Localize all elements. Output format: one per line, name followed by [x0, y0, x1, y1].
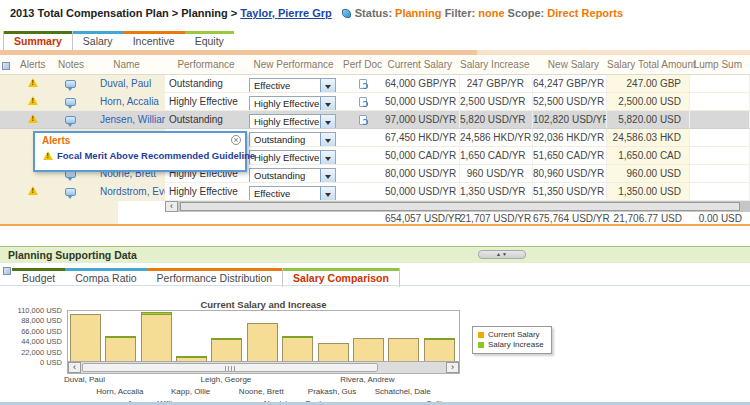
notes-cell[interactable]	[52, 93, 88, 111]
close-icon[interactable]	[231, 135, 241, 145]
column-header-notes[interactable]: Notes	[52, 55, 88, 74]
chart-scroll-left-button[interactable]: ‹	[68, 362, 81, 373]
notes-cell[interactable]	[52, 183, 88, 201]
salary-total-amount-cell[interactable]: 2,500.00 USD	[607, 93, 690, 111]
row-select-cell[interactable]	[0, 129, 14, 147]
table-scroll-left-button[interactable]: ‹	[165, 201, 178, 212]
column-header-salary-total-amount[interactable]: Salary Total Amount	[607, 55, 690, 74]
totals-empty-cell	[165, 213, 247, 224]
warning-icon[interactable]	[28, 96, 38, 105]
note-icon[interactable]	[65, 98, 76, 106]
new-performance-select[interactable]: Highly Effective	[249, 96, 336, 111]
note-icon[interactable]	[65, 80, 76, 88]
salary-total-amount-cell[interactable]: 1,650.00 CAD	[607, 147, 690, 165]
perf-doc-icon[interactable]	[359, 97, 367, 107]
column-header-current-salary[interactable]: Current Salary	[385, 55, 460, 74]
column-header-perf-doc[interactable]: Perf Doc	[340, 55, 385, 74]
perf-doc-cell[interactable]	[340, 93, 385, 111]
chart-h-scrollbar[interactable]: ‹ ›	[68, 361, 459, 373]
chevron-down-icon[interactable]	[320, 151, 335, 164]
column-header-name[interactable]: Name	[88, 55, 165, 74]
employee-name[interactable]: Horn, Accalia	[88, 93, 165, 111]
tab-equity[interactable]: Equity	[185, 31, 234, 50]
employee-name[interactable]: Duval, Paul	[88, 75, 165, 93]
perf-doc-cell[interactable]	[340, 111, 385, 129]
column-header-new-salary[interactable]: New Salary	[533, 55, 607, 74]
perf-doc-cell[interactable]	[340, 183, 385, 201]
salary-total-amount-cell[interactable]: 247.00 GBP	[607, 75, 690, 93]
scope-label: Scope:	[508, 7, 545, 19]
alerts-cell[interactable]	[14, 111, 52, 129]
employee-name[interactable]: Jensen, William	[88, 111, 165, 129]
row-select-cell[interactable]	[0, 165, 14, 183]
perf-doc-cell[interactable]	[340, 129, 385, 147]
notes-cell[interactable]	[52, 75, 88, 93]
new-performance-select[interactable]: Highly Effective	[249, 150, 336, 165]
column-header-new-performance[interactable]: New Performance	[247, 55, 340, 74]
perf-doc-icon[interactable]	[359, 115, 367, 125]
chevron-down-icon[interactable]	[320, 187, 335, 200]
salary-total-amount-cell[interactable]: 960.00 USD	[607, 165, 690, 183]
column-header-performance[interactable]: Performance	[165, 55, 247, 74]
group-link[interactable]: Taylor, Pierre Grp	[240, 7, 332, 19]
panel-collapse-icon[interactable]: ▲▼	[478, 250, 526, 259]
select-all-header-cell[interactable]	[0, 55, 14, 74]
new-performance-select[interactable]: Effective	[249, 186, 336, 201]
warning-icon[interactable]	[28, 78, 38, 87]
alerts-cell[interactable]	[14, 75, 52, 93]
alerts-cell[interactable]	[14, 93, 52, 111]
row-select-cell[interactable]	[0, 93, 14, 111]
column-header-lump-sum[interactable]: Lump Sum	[690, 55, 750, 74]
table-row[interactable]: Jensen, WilliamOutstandingHighly Effecti…	[0, 111, 750, 129]
row-select-cell[interactable]	[0, 75, 14, 93]
supporting-data-panel-title: Planning Supporting Data	[8, 249, 137, 261]
chevron-down-icon[interactable]	[320, 115, 335, 128]
new-salary-cell: 92,036 HKD/YR	[533, 129, 607, 147]
table-row[interactable]: Duval, PaulOutstandingEffective64,000 GB…	[0, 75, 750, 93]
employee-name[interactable]: Nordstrom, Evelyn	[88, 183, 165, 201]
perf-doc-cell[interactable]	[340, 75, 385, 93]
new-performance-select[interactable]: Outstanding	[249, 132, 336, 147]
table-scroll-thumb[interactable]	[180, 202, 740, 211]
perf-doc-cell[interactable]	[340, 165, 385, 183]
notes-cell[interactable]	[52, 111, 88, 129]
lump-sum-cell	[690, 75, 750, 93]
salary-total-amount-cell[interactable]: 24,586.03 HKD	[607, 129, 690, 147]
chevron-down-icon[interactable]	[320, 133, 335, 146]
tab-incentive[interactable]: Incentive	[123, 31, 185, 50]
lump-sum-cell	[690, 93, 750, 111]
chevron-down-icon[interactable]	[320, 169, 335, 182]
table-h-scrollbar[interactable]	[178, 201, 750, 212]
chart-scroll-right-button[interactable]: ›	[446, 362, 459, 373]
tab-personalize-icon[interactable]	[3, 267, 11, 275]
perf-doc-cell[interactable]	[340, 147, 385, 165]
x-axis-label: Duval, Paul	[64, 375, 105, 384]
note-icon[interactable]	[65, 116, 76, 124]
salary-total-amount-cell[interactable]: 1,350.00 USD	[607, 183, 690, 201]
new-performance-select[interactable]: Outstanding	[249, 168, 336, 183]
select-all-icon[interactable]	[2, 62, 10, 70]
tab-label: Salary Comparison	[293, 272, 389, 284]
perf-doc-icon[interactable]	[359, 79, 367, 89]
table-row[interactable]: Nordstrom, EvelynHighly EffectiveEffecti…	[0, 183, 750, 201]
chart-scroll-thumb[interactable]	[82, 363, 378, 372]
table-row[interactable]: Horn, AccaliaHighly EffectiveHighly Effe…	[0, 93, 750, 111]
row-select-cell[interactable]	[0, 111, 14, 129]
tab-label: Budget	[22, 272, 55, 284]
note-icon[interactable]	[65, 188, 76, 196]
warning-icon[interactable]	[28, 114, 38, 123]
salary-total-amount-cell[interactable]: 5,820.00 USD	[607, 111, 690, 129]
tab-summary[interactable]: Summary	[3, 31, 73, 50]
row-select-cell[interactable]	[0, 147, 14, 165]
column-header-alerts[interactable]: Alerts	[14, 55, 52, 74]
chevron-down-icon[interactable]	[320, 97, 335, 110]
chevron-down-icon[interactable]	[320, 79, 335, 92]
new-performance-select[interactable]: Highly Effective	[249, 114, 336, 129]
warning-icon[interactable]	[28, 186, 38, 195]
tab-salary[interactable]: Salary	[73, 31, 123, 50]
column-header-salary-increase[interactable]: Salary Increase	[460, 55, 533, 74]
alerts-cell[interactable]	[14, 183, 52, 201]
new-performance-select[interactable]: Effective	[249, 78, 336, 93]
row-select-cell[interactable]	[0, 183, 14, 201]
y-tick-label: 0 USD	[0, 358, 62, 367]
